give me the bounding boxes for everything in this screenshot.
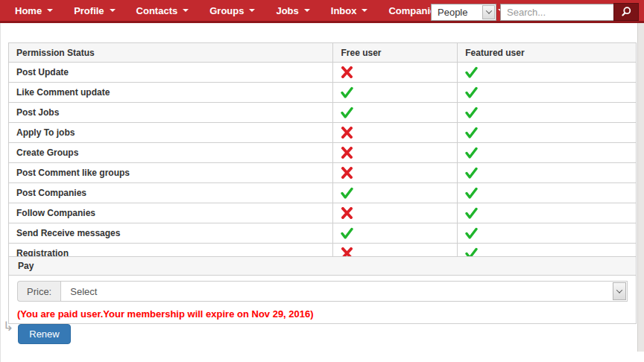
chevron-down-icon [110,9,116,12]
permission-label: Like Comment update [9,83,333,103]
table-row: Post Jobs [9,103,637,123]
table-row: Post Comment like groups [9,163,637,183]
nav-item-home[interactable]: Home [7,5,60,16]
nav-item-label: Groups [209,5,244,16]
cross-icon [333,203,458,223]
check-icon [458,103,637,123]
content-area: Permission Status Free user Featured use… [0,23,644,362]
cross-icon [333,143,458,163]
price-label: Price: [17,281,60,302]
search-icon [620,6,632,18]
chevron-down-icon [47,9,53,12]
permission-label: Post Comment like groups [9,163,333,183]
check-icon [333,223,458,244]
chevron-down-icon [183,9,189,12]
main-navbar: Home Profile Contacts Groups Jobs Inbox … [0,0,644,23]
cross-icon [333,123,458,143]
pay-panel-body: Price: Select (You are paid user.Your me… [9,276,636,323]
permission-label: Send Receive messages [9,223,333,244]
table-row: Post Companies [9,183,637,203]
permission-label: Follow Companies [9,203,333,223]
renew-row: ↳ Renew [3,321,71,344]
select-dropdown-button[interactable] [613,282,626,300]
check-icon [333,83,458,103]
cross-icon [333,63,458,83]
return-arrow-icon: ↳ [3,321,13,333]
chevron-down-icon [616,287,622,293]
chevron-down-icon [249,9,255,12]
permission-label: Apply To jobs [9,123,333,143]
cross-icon [333,163,458,183]
header-free-user: Free user [333,43,458,63]
table-row: Apply To jobs [9,123,637,143]
scrollbar-track[interactable] [637,23,644,352]
select-dropdown-button[interactable] [482,5,495,19]
permission-label: Post Jobs [9,103,333,123]
check-icon [458,143,637,163]
header-featured-user: Featured user [458,43,637,63]
nav-item-label: Home [15,5,42,16]
table-row: Follow Companies [9,203,637,223]
chevron-down-icon [304,9,310,12]
check-icon [458,63,637,83]
price-select-value: Select [61,286,97,297]
nav-item-label: Profile [74,5,104,16]
check-icon [458,203,637,223]
check-icon [458,163,637,183]
nav-item-inbox[interactable]: Inbox [323,5,376,16]
price-select[interactable]: Select [60,281,628,302]
chevron-down-icon [485,7,491,13]
check-icon [458,223,637,244]
permission-label: Post Update [9,63,333,83]
nav-search-area: People [431,3,639,21]
table-header: Permission Status Free user Featured use… [9,43,637,63]
membership-notice: (You are paid user.Your membership will … [17,308,628,320]
search-button[interactable] [613,3,639,21]
check-icon [458,83,637,103]
nav-item-groups[interactable]: Groups [202,5,262,16]
search-input[interactable] [500,4,613,21]
permission-label: Post Companies [9,183,333,203]
table-row: Create Groups [9,143,637,163]
check-icon [333,183,458,203]
table-row: Send Receive messages [9,223,637,244]
page: Home Profile Contacts Groups Jobs Inbox … [0,0,644,362]
nav-item-jobs[interactable]: Jobs [268,5,317,16]
price-input-group: Price: Select [17,281,628,302]
nav-item-profile[interactable]: Profile [66,5,122,16]
permission-label: Create Groups [9,143,333,163]
table-row: Post Update [9,63,637,83]
permissions-table: Permission Status Free user Featured use… [8,42,637,264]
check-icon [458,123,637,143]
search-category-select[interactable]: People [431,4,496,21]
table-row: Like Comment update [9,83,637,103]
nav-item-label: Contacts [136,5,178,16]
pay-panel-title: Pay [9,257,636,276]
pay-panel: Pay Price: Select (You are paid user.You… [8,256,637,324]
chevron-down-icon [362,9,367,12]
check-icon [458,183,637,203]
check-icon [333,103,458,123]
nav-item-label: Jobs [276,5,298,16]
search-category-value: People [432,7,467,18]
nav-item-contacts[interactable]: Contacts [129,5,197,16]
header-permission-status: Permission Status [9,43,333,63]
renew-button[interactable]: Renew [18,324,70,344]
nav-item-label: Inbox [331,5,357,16]
